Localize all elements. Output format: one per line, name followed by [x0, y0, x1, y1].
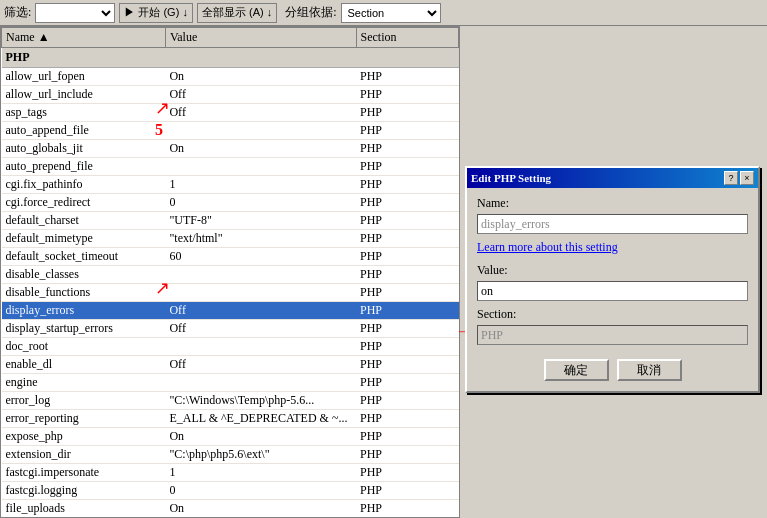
cell-value: Off: [165, 302, 356, 320]
table-row[interactable]: error_log"C:\Windows\Temp\php-5.6...PHP: [2, 392, 459, 410]
cell-section: PHP: [356, 248, 458, 266]
group-header-php: PHP: [2, 48, 459, 68]
cell-name: auto_globals_jit: [2, 140, 166, 158]
ok-button[interactable]: 确定: [544, 359, 609, 381]
cell-name: display_errors: [2, 302, 166, 320]
cell-section: PHP: [356, 104, 458, 122]
cell-name: disable_classes: [2, 266, 166, 284]
cell-name: disable_functions: [2, 284, 166, 302]
table-row[interactable]: allow_url_fopenOnPHP: [2, 68, 459, 86]
cell-value: Off: [165, 320, 356, 338]
dialog-help-button[interactable]: ?: [724, 171, 738, 185]
cell-section: PHP: [356, 392, 458, 410]
cell-name: allow_url_include: [2, 86, 166, 104]
cell-value: Off: [165, 356, 356, 374]
table-row[interactable]: display_errorsOffPHP: [2, 302, 459, 320]
cell-section: PHP: [356, 374, 458, 392]
table-row[interactable]: default_mimetype"text/html"PHP: [2, 230, 459, 248]
table-row[interactable]: auto_globals_jitOnPHP: [2, 140, 459, 158]
table-row[interactable]: disable_classesPHP: [2, 266, 459, 284]
cell-name: fastcgi.logging: [2, 482, 166, 500]
show-all-button[interactable]: 全部显示 (A) ↓: [197, 3, 277, 23]
cell-section: PHP: [356, 158, 458, 176]
value-input[interactable]: [477, 281, 748, 301]
cell-section: PHP: [356, 194, 458, 212]
col-header-section[interactable]: Section: [356, 28, 458, 48]
dialog-close-button[interactable]: ×: [740, 171, 754, 185]
cell-section: PHP: [356, 464, 458, 482]
section-input: [477, 325, 748, 345]
settings-table: Name ▲ Value Section PHPallow_url_fopenO…: [1, 27, 459, 518]
cell-name: engine: [2, 374, 166, 392]
cell-value: [165, 266, 356, 284]
table-row[interactable]: default_charset"UTF-8"PHP: [2, 212, 459, 230]
group-label: 分组依据:: [285, 4, 336, 21]
table-row[interactable]: extension_dir"C:\php\php5.6\ext\"PHP: [2, 446, 459, 464]
cell-section: PHP: [356, 266, 458, 284]
cell-name: display_startup_errors: [2, 320, 166, 338]
cell-name: cgi.force_redirect: [2, 194, 166, 212]
table-row[interactable]: fastcgi.logging0PHP: [2, 482, 459, 500]
table-row[interactable]: cgi.force_redirect0PHP: [2, 194, 459, 212]
cell-name: error_log: [2, 392, 166, 410]
edit-dialog: Edit PHP Setting ? × Name: Learn more ab…: [465, 166, 760, 393]
name-label: Name:: [477, 196, 748, 211]
cell-value: [165, 122, 356, 140]
cell-value: 60: [165, 248, 356, 266]
cell-name: asp_tags: [2, 104, 166, 122]
cell-value: [165, 338, 356, 356]
cell-section: PHP: [356, 338, 458, 356]
filter-label: 筛选:: [4, 4, 31, 21]
settings-table-container[interactable]: Name ▲ Value Section PHPallow_url_fopenO…: [0, 26, 460, 518]
cell-value: On: [165, 68, 356, 86]
group-select[interactable]: SectionNameValue: [341, 3, 441, 23]
dialog-controls: ? ×: [724, 171, 754, 185]
cell-section: PHP: [356, 482, 458, 500]
cell-name: fastcgi.impersonate: [2, 464, 166, 482]
cell-name: default_mimetype: [2, 230, 166, 248]
start-button[interactable]: ▶ 开始 (G) ↓: [119, 3, 193, 23]
cell-value: [165, 158, 356, 176]
table-row[interactable]: allow_url_includeOffPHP: [2, 86, 459, 104]
table-row[interactable]: asp_tagsOffPHP: [2, 104, 459, 122]
learn-more-link[interactable]: Learn more about this setting: [477, 240, 748, 255]
table-row[interactable]: expose_phpOnPHP: [2, 428, 459, 446]
name-input[interactable]: [477, 214, 748, 234]
cell-name: auto_prepend_file: [2, 158, 166, 176]
cell-section: PHP: [356, 410, 458, 428]
section-label: Section:: [477, 307, 748, 322]
cell-value: On: [165, 140, 356, 158]
table-row[interactable]: enginePHP: [2, 374, 459, 392]
cell-value: "C:\Windows\Temp\php-5.6...: [165, 392, 356, 410]
table-row[interactable]: cgi.fix_pathinfo1PHP: [2, 176, 459, 194]
col-header-name[interactable]: Name ▲: [2, 28, 166, 48]
cell-value: "C:\php\php5.6\ext\": [165, 446, 356, 464]
dialog-body: Name: Learn more about this setting Valu…: [467, 188, 758, 391]
table-row[interactable]: error_reportingE_ALL & ^E_DEPRECATED & ~…: [2, 410, 459, 428]
cell-value: [165, 374, 356, 392]
cell-name: allow_url_fopen: [2, 68, 166, 86]
table-row[interactable]: doc_rootPHP: [2, 338, 459, 356]
table-row[interactable]: auto_append_filePHP: [2, 122, 459, 140]
value-label: Value:: [477, 263, 748, 278]
cell-value: "text/html": [165, 230, 356, 248]
table-row[interactable]: default_socket_timeout60PHP: [2, 248, 459, 266]
main-area: Name ▲ Value Section PHPallow_url_fopenO…: [0, 26, 767, 518]
dialog-titlebar: Edit PHP Setting ? ×: [467, 168, 758, 188]
table-row[interactable]: auto_prepend_filePHP: [2, 158, 459, 176]
col-header-value[interactable]: Value: [165, 28, 356, 48]
filter-select[interactable]: [35, 3, 115, 23]
cell-name: auto_append_file: [2, 122, 166, 140]
cell-section: PHP: [356, 500, 458, 518]
table-row[interactable]: disable_functionsPHP: [2, 284, 459, 302]
cell-name: default_charset: [2, 212, 166, 230]
cell-section: PHP: [356, 140, 458, 158]
cell-name: file_uploads: [2, 500, 166, 518]
cell-value: "UTF-8": [165, 212, 356, 230]
table-row[interactable]: display_startup_errorsOffPHP: [2, 320, 459, 338]
table-row[interactable]: enable_dlOffPHP: [2, 356, 459, 374]
cancel-button[interactable]: 取消: [617, 359, 682, 381]
table-row[interactable]: fastcgi.impersonate1PHP: [2, 464, 459, 482]
cell-section: PHP: [356, 230, 458, 248]
table-row[interactable]: file_uploadsOnPHP: [2, 500, 459, 518]
